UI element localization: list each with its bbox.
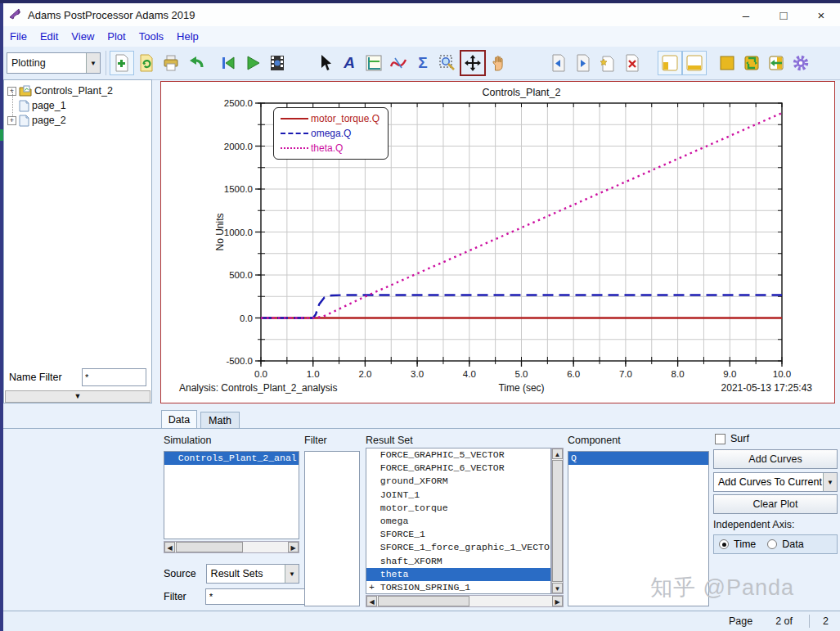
close-button[interactable]: × <box>802 8 840 22</box>
list-item[interactable]: + TORSION_SPRING_1 <box>366 581 550 594</box>
add-curves-to-dropdown[interactable]: Add Curves To Current ▼ <box>713 472 838 492</box>
layout-left-icon[interactable] <box>658 51 682 75</box>
scroll-thumb[interactable] <box>552 460 563 582</box>
plot-axes-icon[interactable] <box>362 51 386 75</box>
pan-icon[interactable] <box>460 50 486 76</box>
layout-swap-icon[interactable] <box>739 51 764 75</box>
tree-item-label: page_2 <box>32 115 66 126</box>
reload-icon[interactable] <box>134 51 159 75</box>
menu-help[interactable]: Help <box>170 29 205 44</box>
layout-full-icon[interactable] <box>715 51 739 75</box>
page-range: 2 of <box>775 615 793 627</box>
tree-collapse-button[interactable]: ▼ <box>5 390 150 403</box>
expand-icon[interactable]: + <box>7 116 16 125</box>
source-row: Source Result Sets ▼ <box>164 564 299 584</box>
tree-item-controls-plant-2[interactable]: + Controls_Plant_2 <box>7 83 151 98</box>
zoom-region-icon[interactable] <box>435 51 460 75</box>
menu-file[interactable]: File <box>3 29 34 44</box>
scroll-right-icon[interactable]: ▶ <box>288 542 299 552</box>
layout-back-icon[interactable] <box>764 51 788 75</box>
settings-icon[interactable] <box>788 51 813 75</box>
source-label: Source <box>164 568 196 579</box>
filter-list[interactable] <box>304 451 360 606</box>
scroll-down-icon[interactable]: ▼ <box>552 583 563 593</box>
svg-text:4.0: 4.0 <box>463 369 476 379</box>
svg-text:6.0: 6.0 <box>567 369 580 379</box>
print-icon[interactable] <box>159 51 183 75</box>
plot-folder-icon <box>19 85 32 97</box>
tab-data[interactable]: Data <box>161 410 197 428</box>
list-item[interactable]: SFORCE_1_force_graphic_1_VECTO <box>366 541 550 554</box>
list-item[interactable]: FORCE_GRAPHIC_6_VECTOR <box>366 462 550 475</box>
scroll-thumb[interactable] <box>176 542 243 552</box>
page-new-icon[interactable] <box>595 51 620 75</box>
name-filter-input[interactable] <box>82 368 146 386</box>
menu-edit[interactable]: Edit <box>34 29 65 44</box>
hand-icon[interactable] <box>486 51 510 75</box>
time-radio[interactable] <box>719 539 729 549</box>
legend-entry: motor_torque.Q <box>281 112 380 124</box>
list-item[interactable]: FORCE_GRAPHIC_5_VECTOR <box>366 448 550 462</box>
first-frame-icon[interactable] <box>216 51 240 75</box>
add-curves-button[interactable]: Add Curves <box>713 449 838 469</box>
adams-logo-icon <box>8 7 23 22</box>
mode-selector-dropdown[interactable]: Plotting ▼ <box>7 52 101 74</box>
menu-tools[interactable]: Tools <box>133 29 170 44</box>
curve-edit-icon[interactable] <box>386 51 411 75</box>
list-item[interactable]: Q <box>568 452 708 465</box>
list-item[interactable]: SFORCE_1 <box>366 528 550 541</box>
list-item[interactable]: theta <box>366 568 550 581</box>
plot-canvas[interactable]: 0.01.02.03.04.05.06.07.08.09.010.0-500.0… <box>161 82 834 403</box>
list-item[interactable]: ground_XFORM <box>366 475 550 488</box>
result-set-list[interactable]: FORCE_GRAPHIC_5_VECTOR FORCE_GRAPHIC_6_V… <box>366 448 551 594</box>
svg-text:2.0: 2.0 <box>358 369 371 379</box>
list-item[interactable]: omega <box>366 515 550 528</box>
tree-item-page-2[interactable]: + page_2 <box>7 113 151 128</box>
svg-text:Controls_Plant_2: Controls_Plant_2 <box>483 87 561 98</box>
play-icon[interactable] <box>240 51 265 75</box>
source-dropdown[interactable]: Result Sets ▼ <box>206 564 299 584</box>
simulation-list[interactable]: Controls_Plant_2_anal <box>164 451 299 539</box>
chevron-down-icon[interactable]: ▼ <box>86 53 100 73</box>
chevron-down-icon[interactable]: ▼ <box>823 473 837 491</box>
menu-plot[interactable]: Plot <box>101 29 132 44</box>
tab-math[interactable]: Math <box>200 412 240 428</box>
animation-icon[interactable] <box>265 51 290 75</box>
clear-plot-button[interactable]: Clear Plot <box>713 494 838 514</box>
chevron-down-icon[interactable]: ▼ <box>285 565 299 583</box>
result-set-hscrollbar[interactable]: ◀ ▶ <box>366 595 564 607</box>
legend-entry: omega.Q <box>281 127 380 139</box>
result-set-label: Result Set <box>366 435 413 446</box>
tree-item-page-1[interactable]: page_1 <box>19 98 151 113</box>
menu-view[interactable]: View <box>65 29 101 44</box>
surf-checkbox[interactable] <box>715 434 725 444</box>
text-icon[interactable]: A <box>337 51 362 75</box>
page-next-icon[interactable] <box>571 51 595 75</box>
list-item[interactable]: Controls_Plant_2_anal <box>164 452 299 465</box>
undo-icon[interactable] <box>183 51 208 75</box>
list-item[interactable]: shaft_XFORM <box>366 555 550 568</box>
list-item[interactable]: motor_torque <box>366 502 550 515</box>
new-plot-icon[interactable] <box>110 51 134 75</box>
list-item[interactable]: JOINT_1 <box>366 489 550 502</box>
simulation-hscrollbar[interactable]: ◀ ▶ <box>164 541 299 553</box>
legend-label: omega.Q <box>311 128 351 139</box>
data-radio-label: Data <box>782 539 803 550</box>
scroll-thumb[interactable] <box>378 596 469 606</box>
svg-text:1.0: 1.0 <box>307 369 320 379</box>
scroll-left-icon[interactable]: ◀ <box>164 542 175 552</box>
layout-bottom-icon[interactable] <box>682 51 707 75</box>
scroll-up-icon[interactable]: ▲ <box>552 448 563 459</box>
data-radio[interactable] <box>767 539 777 549</box>
result-set-vscrollbar[interactable]: ▲ ▼ <box>551 448 564 594</box>
legend-line-sample <box>281 118 308 119</box>
scroll-right-icon[interactable]: ▶ <box>552 596 563 606</box>
page-delete-icon[interactable] <box>620 51 645 75</box>
select-cursor-icon[interactable] <box>312 51 337 75</box>
sum-icon[interactable]: Σ <box>411 51 435 75</box>
maximize-button[interactable]: □ <box>765 8 802 22</box>
minimize-button[interactable]: – <box>727 8 765 22</box>
scroll-left-icon[interactable]: ◀ <box>366 596 377 606</box>
legend-entry: theta.Q <box>281 142 380 154</box>
page-prev-icon[interactable] <box>546 51 571 75</box>
